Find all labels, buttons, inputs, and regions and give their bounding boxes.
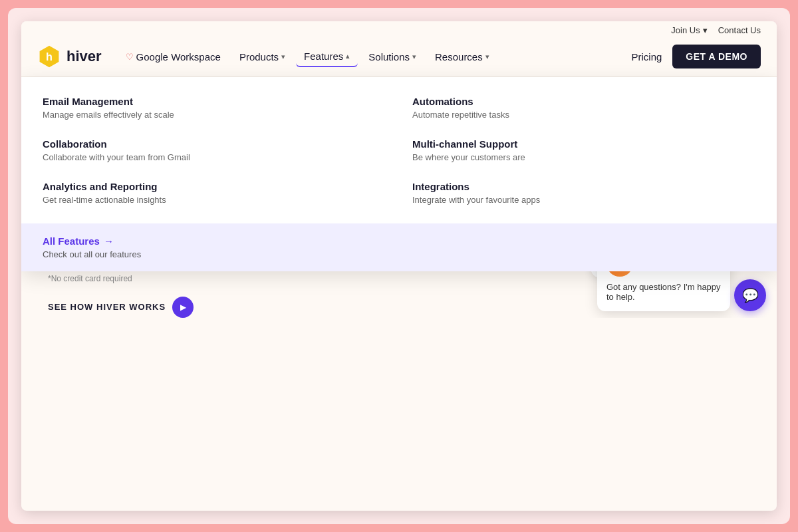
- dropdown-footer: All Features → Check out all our feature…: [21, 223, 777, 271]
- navbar-container: Join Us ▾ Contact Us h hiver: [21, 21, 777, 77]
- automations-desc: Automate repetitive tasks: [412, 110, 755, 120]
- see-how-text: SEE HOW HIVER WORKS: [48, 302, 166, 312]
- join-us-chevron: ▾: [703, 25, 708, 35]
- nav-resources[interactable]: Resources ▾: [427, 47, 497, 66]
- integrations-desc: Integrate with your favourite apps: [412, 195, 755, 205]
- heart-icon: ♡: [126, 52, 134, 62]
- features-dropdown: Email Management Manage emails effective…: [21, 77, 777, 271]
- arrow-icon: →: [104, 235, 114, 247]
- logo-icon: h: [37, 45, 61, 68]
- google-workspace-label: Google Workspace: [136, 51, 221, 63]
- contact-us-label: Contact Us: [718, 25, 761, 35]
- join-us-nav[interactable]: Join Us ▾: [671, 25, 707, 35]
- chat-bubble-button[interactable]: 💬: [734, 279, 766, 311]
- chat-bubble-icon: 💬: [742, 287, 759, 303]
- brand-name: hiver: [66, 48, 102, 65]
- products-label: Products: [239, 51, 279, 63]
- browser-window: Join Us ▾ Contact Us h hiver: [21, 21, 777, 511]
- dropdown-grid: Email Management Manage emails effective…: [21, 77, 777, 223]
- svg-text:h: h: [46, 51, 53, 63]
- nav-solutions[interactable]: Solutions ▾: [360, 47, 424, 66]
- all-features-link[interactable]: All Features →: [43, 235, 755, 247]
- navbar-main: h hiver ♡ Google Workspace Products ▾: [21, 39, 777, 76]
- features-chevron: ▴: [346, 52, 350, 61]
- dropdown-collaboration[interactable]: Collaboration Collaborate with your team…: [43, 138, 386, 162]
- automations-title: Automations: [412, 96, 755, 107]
- navbar: Join Us ▾ Contact Us h hiver: [21, 21, 777, 77]
- nav-google-workspace[interactable]: ♡ Google Workspace: [118, 47, 229, 66]
- nav-products[interactable]: Products ▾: [231, 47, 293, 66]
- products-chevron: ▾: [281, 53, 285, 61]
- solutions-chevron: ▾: [412, 53, 416, 61]
- see-how-works[interactable]: SEE HOW HIVER WORKS ▶: [48, 297, 367, 318]
- get-demo-button[interactable]: GET A DEMO: [672, 45, 761, 68]
- dropdown-analytics[interactable]: Analytics and Reporting Get real-time ac…: [43, 181, 386, 205]
- multichannel-title: Multi-channel Support: [412, 138, 755, 150]
- multichannel-desc: Be where your customers are: [412, 152, 755, 162]
- contact-us-nav[interactable]: Contact Us: [718, 25, 761, 35]
- navbar-topbar: Join Us ▾ Contact Us: [21, 21, 777, 39]
- logo-link[interactable]: h hiver: [37, 45, 102, 68]
- nav-links: ♡ Google Workspace Products ▾ Features ▴: [118, 45, 761, 68]
- resources-chevron: ▾: [485, 53, 489, 61]
- dropdown-automations[interactable]: Automations Automate repetitive tasks: [412, 96, 755, 120]
- solutions-label: Solutions: [368, 51, 410, 63]
- collaboration-desc: Collaborate with your team from Gmail: [43, 152, 386, 162]
- play-button[interactable]: ▶: [172, 297, 194, 318]
- outer-border: Join Us ▾ Contact Us h hiver: [8, 8, 790, 524]
- resources-label: Resources: [435, 51, 483, 63]
- dropdown-integrations[interactable]: Integrations Integrate with your favouri…: [412, 181, 755, 205]
- nav-features[interactable]: Features ▴: [296, 47, 358, 67]
- no-credit-text: *No credit card required: [48, 274, 367, 283]
- email-management-title: Email Management: [43, 96, 386, 107]
- analytics-desc: Get real-time actionable insights: [43, 195, 386, 205]
- dropdown-multichannel[interactable]: Multi-channel Support Be where your cust…: [412, 138, 755, 162]
- all-features-subtitle: Check out all our features: [43, 249, 755, 259]
- pricing-label: Pricing: [632, 51, 662, 63]
- dropdown-email-management[interactable]: Email Management Manage emails effective…: [43, 96, 386, 120]
- collaboration-title: Collaboration: [43, 138, 386, 150]
- email-management-desc: Manage emails effectively at scale: [43, 110, 386, 120]
- integrations-title: Integrations: [412, 181, 755, 192]
- join-us-label: Join Us: [671, 25, 700, 35]
- chat-message: Got any questions? I'm happy to help.: [606, 282, 721, 302]
- features-label: Features: [304, 51, 343, 62]
- analytics-title: Analytics and Reporting: [43, 181, 386, 192]
- all-features-text: All Features: [43, 235, 100, 247]
- nav-pricing[interactable]: Pricing: [624, 47, 670, 66]
